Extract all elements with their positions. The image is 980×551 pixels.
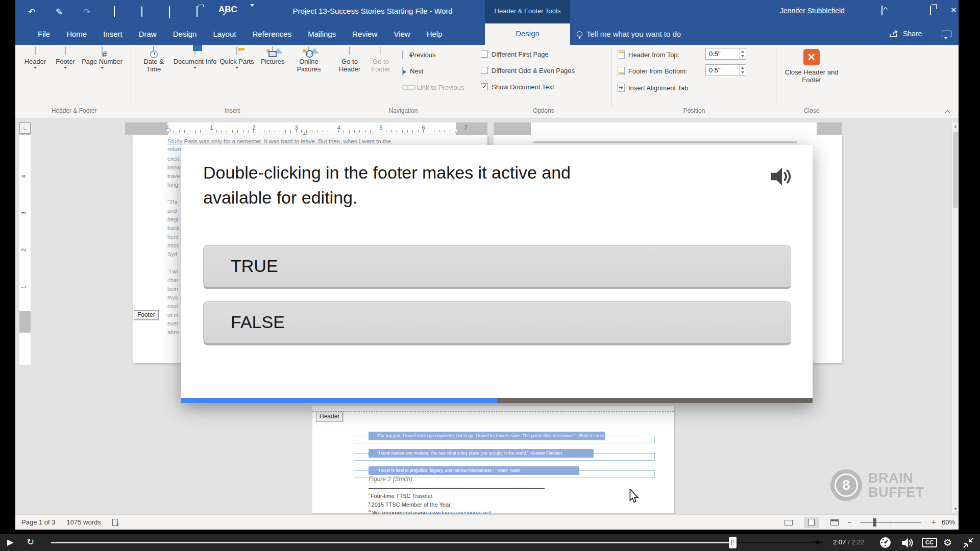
footer-from-bottom-input[interactable]: 0.5" — [705, 64, 746, 76]
spinner-icon[interactable] — [739, 65, 746, 76]
answer-true-button[interactable]: TRUE — [203, 245, 791, 289]
scroll-down-icon[interactable]: ▼ — [952, 507, 959, 511]
tab-selector[interactable]: ∟ — [19, 122, 31, 134]
pictures-icon — [272, 46, 273, 55]
go-to-header-button[interactable]: Go to Header — [335, 47, 364, 103]
print-layout-icon[interactable] — [804, 517, 819, 528]
option-checkbox-row[interactable]: Different First Page — [481, 49, 549, 59]
zoom-slider-thumb[interactable] — [873, 518, 876, 527]
next-button[interactable]: Next — [402, 65, 424, 77]
ribbon-tab[interactable]: View — [385, 23, 418, 45]
document-scrollbar[interactable]: ▲ ▼ — [951, 122, 959, 513]
document-info-icon — [194, 46, 195, 55]
zoom-in-icon[interactable]: + — [932, 517, 936, 526]
page-indicator[interactable]: Page 1 of 3 — [21, 518, 56, 526]
playback-speed-icon[interactable] — [879, 536, 892, 551]
group-label-navigation: Navigation — [337, 107, 470, 114]
ribbon-tab[interactable]: Insert — [95, 23, 131, 45]
video-progress-fill — [51, 542, 733, 543]
hyperlink-text[interactable]: Study — [167, 138, 182, 144]
word-count[interactable]: 1075 words — [67, 518, 101, 526]
close-header-footer-button[interactable]: ✕ Close Header and Footer — [780, 47, 843, 103]
ribbon-tab[interactable]: Home — [58, 23, 95, 45]
left-indent-marker[interactable] — [166, 129, 170, 132]
lightbulb-icon — [577, 31, 582, 37]
alignment-tab-icon — [618, 84, 625, 92]
read-mode-icon[interactable] — [781, 517, 796, 528]
link-to-previous-button: Link to Previous — [402, 82, 464, 93]
ribbon-tab[interactable]: Review — [344, 23, 385, 45]
quiz-marker-star-icon[interactable]: ★ — [813, 536, 822, 548]
save-icon[interactable] — [108, 7, 120, 17]
header-button[interactable]: Header — [20, 47, 50, 103]
right-indent-marker[interactable] — [454, 129, 458, 132]
first-line-indent-marker[interactable] — [166, 123, 170, 126]
answer-false-button[interactable]: FALSE — [203, 301, 791, 345]
pictures-button[interactable]: Pictures — [256, 47, 289, 103]
tell-me-box[interactable]: Tell me what you want to do — [577, 30, 681, 38]
group-label-insert: Insert — [138, 107, 327, 114]
video-progress-track[interactable] — [51, 542, 822, 543]
vertical-ruler[interactable]: ∟ 4321 — [19, 122, 31, 365]
quick-parts-button[interactable]: Quick Parts — [218, 47, 255, 103]
ribbon-tab[interactable]: Design — [165, 23, 205, 45]
scroll-up-icon[interactable]: ▲ — [952, 124, 959, 129]
page-number-button[interactable]: # Page Number — [81, 47, 124, 103]
format-painter-icon[interactable]: ✎ — [53, 7, 65, 17]
next-icon — [402, 67, 403, 75]
ribbon-tab[interactable]: File — [30, 23, 58, 45]
comments-icon[interactable] — [942, 31, 951, 37]
checkbox[interactable] — [481, 51, 488, 58]
volume-icon[interactable] — [901, 538, 915, 550]
footer-button[interactable]: Footer — [51, 47, 80, 103]
ribbon-tab[interactable]: References — [244, 23, 300, 45]
audio-speaker-icon[interactable] — [771, 167, 793, 188]
footnote-separator — [369, 488, 545, 489]
footer-icon — [65, 46, 66, 55]
closed-captions-icon[interactable]: CC — [922, 538, 937, 547]
scrollbar-thumb[interactable] — [953, 132, 958, 208]
online-pictures-button[interactable]: Online Pictures — [290, 47, 328, 103]
ribbon-tab[interactable]: Draw — [131, 23, 165, 45]
share-button[interactable]: Share — [889, 30, 922, 38]
restore-icon[interactable] — [930, 6, 931, 15]
quote-highlight-bar: “For my part, I travel not to go anywher… — [369, 432, 605, 440]
new-document-icon[interactable] — [136, 7, 148, 17]
proofing-status-icon[interactable] — [112, 519, 118, 526]
ribbon-tab[interactable]: Help — [419, 23, 451, 45]
print-icon[interactable] — [191, 7, 203, 17]
collapse-ribbon-icon[interactable] — [945, 109, 950, 114]
web-layout-icon[interactable] — [827, 517, 842, 528]
document-info-button[interactable]: Document Info — [173, 47, 217, 103]
ribbon-tab[interactable]: Layout — [205, 23, 244, 45]
quick-parts-icon — [236, 46, 237, 55]
share-icon — [889, 30, 899, 38]
quiz-question: Double-clicking in the footer makes it a… — [203, 160, 571, 210]
insert-alignment-tab-button[interactable]: Insert Alignment Tab — [618, 82, 689, 93]
settings-gear-icon[interactable]: ⚙ — [943, 537, 952, 548]
header-from-top-input[interactable]: 0.5" — [705, 48, 746, 60]
checkbox[interactable] — [481, 67, 488, 74]
ribbon-display-options-icon[interactable] — [881, 6, 883, 15]
signed-in-user[interactable]: Jennifer Stubblefield — [780, 7, 867, 15]
option-checkbox-row[interactable]: ✓ Show Document Text — [481, 82, 554, 92]
replay-icon[interactable]: ↻ — [27, 536, 34, 547]
ribbon-tab[interactable]: Mailings — [300, 23, 344, 45]
play-icon[interactable]: ▶ — [7, 537, 13, 547]
open-icon[interactable] — [163, 7, 176, 17]
tab-design-active[interactable]: Design — [485, 23, 570, 45]
exit-fullscreen-icon[interactable] — [963, 538, 974, 550]
group-label-header-footer: Header & Footer — [20, 107, 128, 114]
previous-button[interactable]: Previous — [402, 49, 436, 60]
video-scrubber-handle[interactable] — [729, 537, 737, 548]
date-time-button[interactable]: Date & Time — [136, 47, 172, 103]
close-window-icon[interactable]: ✕ — [950, 6, 957, 14]
ribbon: Header Footer # Page Number Date & Time … — [15, 45, 959, 118]
checkbox[interactable]: ✓ — [481, 83, 488, 90]
zoom-percentage[interactable]: 60% — [942, 518, 955, 526]
zoom-out-icon[interactable]: − — [847, 518, 852, 527]
document-page-3[interactable]: Header “For my part, I travel not to go … — [312, 406, 674, 513]
spinner-icon[interactable] — [739, 48, 746, 59]
option-checkbox-row[interactable]: Different Odd & Even Pages — [481, 65, 575, 76]
undo-icon[interactable]: ↶ — [26, 7, 38, 17]
